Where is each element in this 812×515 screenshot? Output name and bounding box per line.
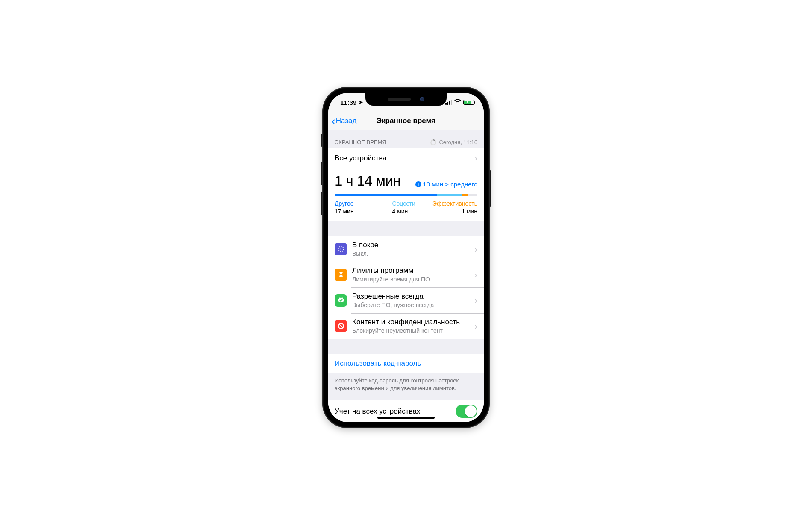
hourglass-icon <box>335 269 347 281</box>
settings-row-block[interactable]: Контент и конфиденциальностьБлокируйте н… <box>328 313 484 339</box>
section-header-label: ЭКРАННОЕ ВРЕМЯ <box>335 139 386 145</box>
block-icon <box>335 320 347 332</box>
total-time: 1 ч 14 мин <box>335 173 400 189</box>
volume-up <box>321 162 322 185</box>
notch <box>365 93 447 106</box>
share-group: Учет на всех устройствах <box>328 400 484 422</box>
battery-icon: ⚡︎ <box>463 100 474 105</box>
timestamp-label: Сегодня, 11:16 <box>439 139 477 145</box>
settings-group: В покоеВыкл.›Лимиты программЛимитируйте … <box>328 236 484 339</box>
back-button[interactable]: ‹ Назад <box>332 112 356 130</box>
category-breakdown: Другое17 минСоцсети4 минЭффективность1 м… <box>335 200 477 215</box>
stats-row[interactable]: 1 ч 14 мин ↑ 10 мин > среднего Другое17 … <box>328 168 484 221</box>
chevron-right-icon: › <box>474 153 477 163</box>
speaker <box>388 98 411 101</box>
mute-switch <box>321 134 322 147</box>
settings-row-text: В покоеВыкл. <box>352 241 472 257</box>
category-value: 17 мин <box>335 208 375 215</box>
moon-icon <box>335 243 347 255</box>
delta-vs-average: ↑ 10 мин > среднего <box>415 181 477 188</box>
back-label: Назад <box>336 117 357 125</box>
delta-label: 10 мин > среднего <box>423 181 477 188</box>
svg-line-2 <box>339 324 342 328</box>
phone-frame: 11:39 ➤ ⚡︎ ‹ Назад Экранное время <box>322 87 490 428</box>
settings-row-title: Лимиты программ <box>352 266 472 275</box>
category-item: Соцсети4 мин <box>375 200 432 215</box>
status-right: ⚡︎ <box>445 99 475 106</box>
settings-row-title: В покое <box>352 241 472 249</box>
status-left: 11:39 ➤ <box>340 99 363 106</box>
last-updated: Сегодня, 11:16 <box>430 139 477 145</box>
settings-row-subtitle: Выберите ПО, нужное всегда <box>352 302 472 308</box>
passcode-group: Использовать код-пароль <box>328 354 484 373</box>
category-label: Соцсети <box>392 200 432 207</box>
page-title: Экранное время <box>377 117 435 125</box>
usage-bar <box>335 194 477 196</box>
chevron-right-icon: › <box>474 244 477 254</box>
settings-row-title: Контент и конфиденциальность <box>352 318 472 326</box>
chevron-left-icon: ‹ <box>332 115 335 127</box>
settings-row-text: Лимиты программЛимитируйте время для ПО <box>352 266 472 283</box>
volume-down <box>321 192 322 215</box>
settings-row-check[interactable]: Разрешенные всегдаВыберите ПО, нужное вс… <box>328 287 484 313</box>
clock: 11:39 <box>340 99 356 106</box>
power-button <box>490 170 491 207</box>
home-indicator[interactable] <box>377 417 435 419</box>
section-header-screentime: ЭКРАННОЕ ВРЕМЯ Сегодня, 11:16 <box>328 130 484 148</box>
passcode-footer: Используйте код-пароль для контроля наст… <box>328 373 484 400</box>
settings-row-title: Разрешенные всегда <box>352 292 472 301</box>
chevron-right-icon: › <box>474 321 477 331</box>
wifi-icon <box>454 99 461 106</box>
front-camera <box>420 97 424 101</box>
settings-row-hourglass[interactable]: Лимиты программЛимитируйте время для ПО› <box>328 262 484 287</box>
use-passcode-row[interactable]: Использовать код-пароль <box>328 354 484 373</box>
arrow-up-icon: ↑ <box>415 181 421 187</box>
usage-bar-segment <box>335 194 437 196</box>
share-across-devices-row[interactable]: Учет на всех устройствах <box>328 400 484 422</box>
share-toggle[interactable] <box>456 405 477 418</box>
category-value: 1 мин <box>432 208 477 215</box>
spinner-icon <box>430 139 436 145</box>
category-item: Эффективность1 мин <box>432 200 477 215</box>
check-icon <box>335 294 347 307</box>
settings-row-text: Контент и конфиденциальностьБлокируйте н… <box>352 318 472 334</box>
usage-bar-segment <box>462 194 467 196</box>
settings-row-subtitle: Блокируйте неуместный контент <box>352 327 472 334</box>
chevron-right-icon: › <box>474 296 477 305</box>
cellular-icon <box>445 100 453 105</box>
all-devices-label: Все устройства <box>335 154 472 163</box>
category-item: Другое17 мин <box>335 200 375 215</box>
settings-row-text: Разрешенные всегдаВыберите ПО, нужное вс… <box>352 292 472 308</box>
screen: 11:39 ➤ ⚡︎ ‹ Назад Экранное время <box>328 93 484 422</box>
summary-group: Все устройства › 1 ч 14 мин ↑ 10 мин > с… <box>328 148 484 221</box>
category-value: 4 мин <box>392 208 432 215</box>
navigation-bar: ‹ Назад Экранное время <box>328 112 484 130</box>
category-label: Эффективность <box>432 200 477 207</box>
settings-row-subtitle: Выкл. <box>352 250 472 257</box>
chevron-right-icon: › <box>474 270 477 280</box>
settings-row-moon[interactable]: В покоеВыкл.› <box>328 236 484 262</box>
share-label: Учет на всех устройствах <box>335 407 456 416</box>
location-icon: ➤ <box>359 99 363 105</box>
category-label: Другое <box>335 200 375 207</box>
settings-row-subtitle: Лимитируйте время для ПО <box>352 276 472 283</box>
content-scroll[interactable]: ЭКРАННОЕ ВРЕМЯ Сегодня, 11:16 Все устрой… <box>328 130 484 422</box>
all-devices-row[interactable]: Все устройства › <box>328 148 484 168</box>
use-passcode-label: Использовать код-пароль <box>335 359 421 368</box>
usage-bar-segment <box>437 194 462 196</box>
